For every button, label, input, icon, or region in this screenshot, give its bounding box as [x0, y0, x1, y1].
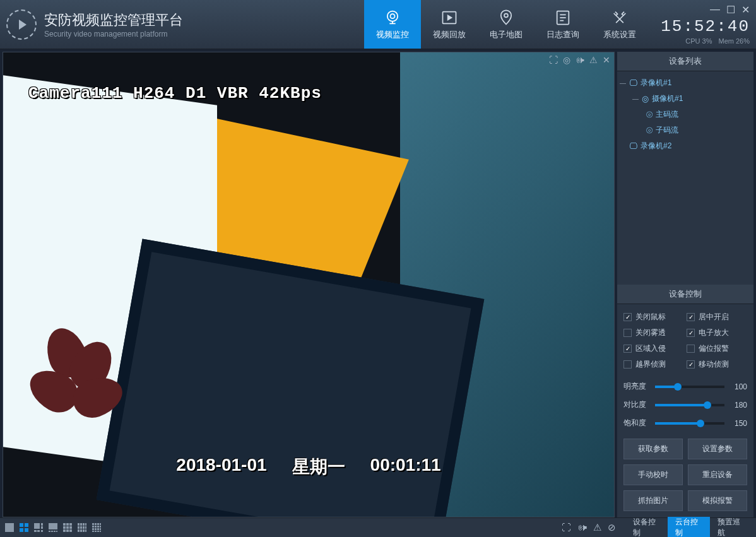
fullscreen-icon[interactable]: ⛶: [562, 522, 571, 533]
control-button-1[interactable]: 设置参数: [688, 439, 747, 459]
checkbox-2[interactable]: 关闭雾透: [623, 328, 684, 338]
tree-node-nvr2[interactable]: 🖵 录像机#2: [620, 138, 751, 154]
checkbox-box: [687, 360, 695, 369]
slider-area: 明亮度100对比度180饱和度150: [617, 377, 753, 432]
checkbox-6[interactable]: 越界侦测: [623, 359, 684, 370]
svg-rect-16: [49, 523, 57, 529]
slider-thumb[interactable]: [697, 420, 704, 427]
svg-rect-42: [92, 523, 94, 525]
layout-4x4[interactable]: [91, 522, 102, 533]
checkbox-box: [623, 329, 632, 337]
svg-rect-27: [63, 529, 66, 532]
maximize-button[interactable]: ☐: [726, 4, 735, 16]
nav-settings[interactable]: 系统设置: [591, 0, 648, 49]
svg-rect-28: [66, 529, 69, 532]
bottom-bar: ⛶ 🕪 ⚠ ⊘ 设备控制 云台控制 预置巡航: [0, 517, 756, 537]
checkbox-box: [623, 313, 632, 321]
checkbox-label: 越界侦测: [635, 359, 666, 370]
slider-row-1: 对比度180: [617, 396, 753, 414]
svg-point-0: [387, 11, 398, 21]
clock: 15:52:40: [661, 17, 750, 36]
control-button-4[interactable]: 抓拍图片: [623, 490, 683, 511]
svg-rect-18: [51, 531, 53, 532]
main-nav: 视频监控 视频回放 电子地图 日志查询 系统设置: [364, 0, 648, 49]
record-icon[interactable]: ◎: [563, 55, 570, 65]
slider-value: 180: [729, 401, 747, 410]
control-button-3[interactable]: 重启设备: [688, 464, 747, 485]
stop-all-icon[interactable]: ⊘: [608, 522, 616, 533]
checkbox-3[interactable]: 电子放大: [687, 328, 747, 338]
layout-4x3[interactable]: [76, 522, 88, 533]
checkbox-4[interactable]: 区域入侵: [623, 343, 684, 354]
svg-rect-43: [95, 523, 97, 525]
layout-1+5[interactable]: [33, 522, 44, 533]
nav-label: 视频监控: [376, 29, 409, 40]
expand-icon[interactable]: —: [620, 80, 626, 86]
nav-emap[interactable]: 电子地图: [478, 0, 535, 49]
checkbox-0[interactable]: 关闭鼠标: [623, 312, 684, 322]
alarm-icon[interactable]: ⚠: [589, 55, 598, 65]
svg-rect-48: [97, 526, 99, 528]
svg-rect-30: [78, 523, 80, 526]
audio-icon[interactable]: 🕪: [576, 55, 584, 65]
bottom-video-controls: ⛶ 🕪 ⚠ ⊘: [562, 522, 616, 533]
control-button-5[interactable]: 模拟报警: [688, 490, 747, 511]
nav-video-monitor[interactable]: 视频监控: [364, 0, 421, 49]
checkbox-5[interactable]: 偏位报警: [687, 343, 747, 354]
header-right: — ☐ ✕ 15:52:40 CPU 3% Mem 26%: [661, 4, 750, 45]
warning-icon[interactable]: ⚠: [593, 522, 601, 533]
camera-icon: [384, 9, 401, 27]
volume-icon[interactable]: 🕪: [577, 522, 587, 533]
layout-2x2[interactable]: [18, 522, 30, 533]
map-pin-icon: [497, 9, 515, 27]
slider-track[interactable]: [655, 386, 724, 388]
tab-device-control[interactable]: 设备控制: [625, 517, 668, 537]
slider-value: 100: [729, 382, 747, 391]
svg-rect-5: [5, 523, 14, 532]
svg-rect-23: [69, 523, 72, 526]
nav-log-query[interactable]: 日志查询: [535, 0, 591, 49]
svg-rect-47: [95, 526, 97, 528]
slider-thumb[interactable]: [674, 383, 682, 391]
video-frame[interactable]: Camera111 H264 D1 VBR 42KBps 2018-01-01 …: [3, 52, 614, 517]
close-video-icon[interactable]: ✕: [603, 55, 610, 65]
svg-rect-8: [20, 528, 23, 532]
svg-rect-34: [78, 526, 80, 529]
video-feed: [3, 52, 614, 517]
tree-node-mainstream[interactable]: ⦾ 主码流: [620, 107, 751, 122]
slider-row-0: 明亮度100: [617, 377, 753, 396]
checkbox-1[interactable]: 居中开启: [687, 312, 747, 322]
layout-buttons: [4, 522, 102, 533]
svg-rect-21: [63, 523, 66, 526]
control-button-2[interactable]: 手动校时: [623, 464, 683, 485]
slider-track[interactable]: [655, 422, 724, 425]
tree-node-nvr1[interactable]: — 🖵 录像机#1: [620, 75, 751, 91]
camera-icon: ◎: [642, 94, 649, 103]
tree-node-cam1[interactable]: — ◎ 摄像机#1: [620, 91, 751, 107]
svg-rect-53: [100, 528, 101, 530]
control-button-0[interactable]: 获取参数: [623, 439, 683, 459]
checkbox-7[interactable]: 移动侦测: [687, 359, 747, 370]
nav-video-playback[interactable]: 视频回放: [421, 0, 478, 49]
slider-track[interactable]: [655, 404, 724, 406]
expand-icon[interactable]: —: [632, 95, 639, 102]
svg-rect-10: [34, 523, 40, 529]
checkbox-label: 偏位报警: [699, 343, 729, 354]
stream-icon: ⦾: [646, 110, 653, 120]
svg-rect-19: [54, 531, 56, 532]
snapshot-icon[interactable]: ⛶: [549, 55, 558, 65]
checkbox-box: [687, 313, 695, 321]
tab-ptz-control[interactable]: 云台控制: [668, 517, 710, 537]
minimize-button[interactable]: —: [710, 4, 720, 16]
checkbox-label: 关闭雾透: [635, 328, 666, 338]
layout-1+7[interactable]: [47, 522, 59, 533]
layout-1x1[interactable]: [4, 522, 15, 533]
nav-label: 日志查询: [546, 29, 579, 40]
svg-rect-11: [41, 523, 43, 526]
slider-thumb[interactable]: [704, 401, 711, 409]
tab-preset-cruise[interactable]: 预置巡航: [710, 517, 752, 537]
layout-3x3[interactable]: [62, 522, 73, 533]
svg-rect-24: [63, 526, 66, 529]
close-button[interactable]: ✕: [741, 4, 750, 16]
tree-node-substream[interactable]: ⦾ 子码流: [620, 122, 751, 138]
